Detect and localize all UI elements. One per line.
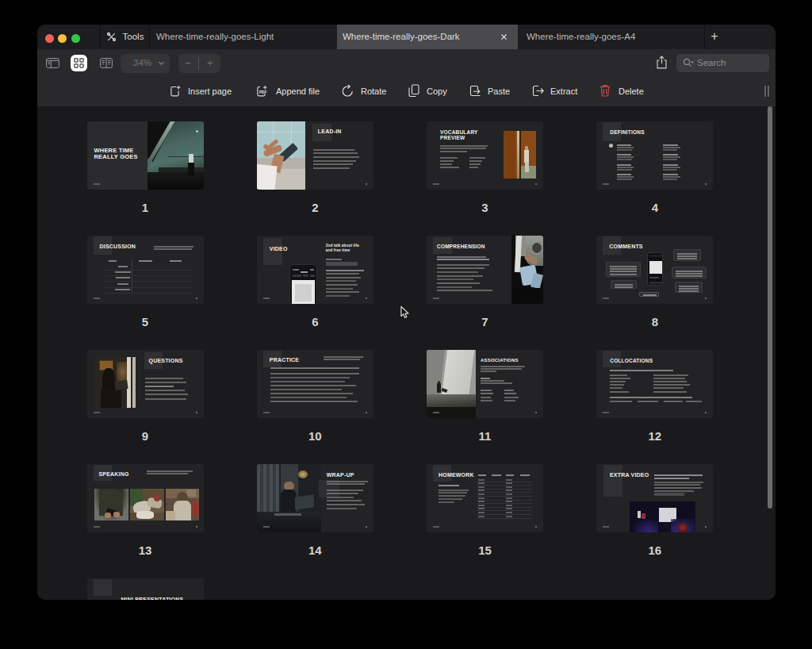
svg-text:PDF: PDF [259,90,266,94]
